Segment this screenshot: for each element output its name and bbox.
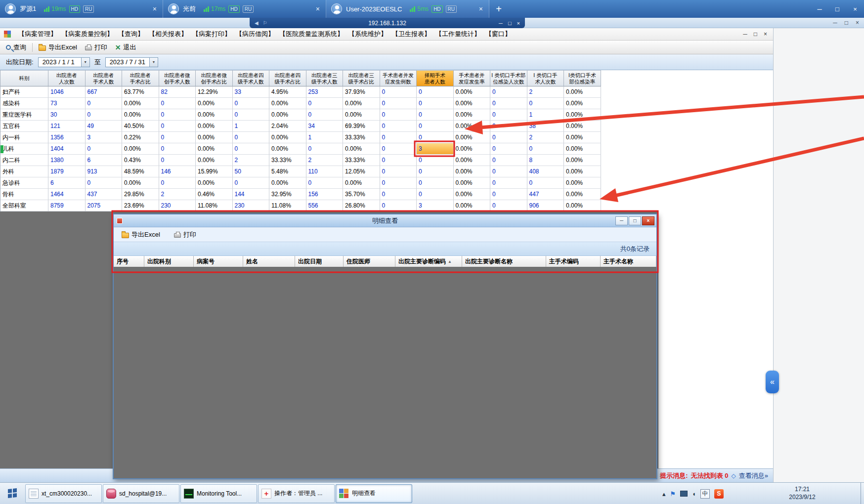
chevron-down-icon[interactable]: ▼ bbox=[149, 58, 158, 67]
table-cell[interactable]: 110 bbox=[306, 166, 344, 177]
table-cell[interactable]: 6 bbox=[48, 177, 86, 189]
table-cell[interactable]: 50 bbox=[233, 166, 270, 177]
table-cell[interactable]: 0 bbox=[159, 132, 196, 143]
mdi-restore-icon[interactable]: □ bbox=[754, 31, 757, 38]
table-cell[interactable]: 0.00% bbox=[564, 109, 601, 121]
table-cell[interactable]: 0 bbox=[233, 98, 270, 109]
table-cell[interactable]: 5.48% bbox=[269, 166, 306, 177]
taskbar-clock[interactable]: 17:21 2023/9/12 bbox=[783, 483, 821, 504]
row-department-cell[interactable]: 五官科 bbox=[0, 121, 48, 132]
table-cell[interactable]: 0.00% bbox=[454, 98, 491, 109]
table-cell[interactable]: 33.33% bbox=[269, 155, 306, 166]
speaker-icon[interactable]: ◖ bbox=[692, 490, 696, 498]
popup-title-bar[interactable]: 明细查看 ─ □ × bbox=[114, 214, 656, 227]
exit-button[interactable]: ✕ 退出 bbox=[112, 42, 139, 53]
table-cell[interactable]: 38 bbox=[527, 121, 564, 132]
table-cell[interactable]: 35.70% bbox=[343, 189, 380, 200]
table-cell[interactable]: 0.00% bbox=[564, 86, 601, 98]
tray-expand-icon[interactable]: ▴ bbox=[662, 490, 666, 498]
table-cell[interactable]: 33.33% bbox=[343, 155, 380, 166]
table-cell[interactable]: 0.00% bbox=[454, 109, 491, 121]
table-cell[interactable]: 0 bbox=[380, 132, 417, 143]
table-cell[interactable]: 2 bbox=[527, 86, 564, 98]
table-cell[interactable]: 0.22% bbox=[122, 132, 159, 143]
table-cell[interactable]: 29.85% bbox=[122, 189, 159, 200]
session-close-icon[interactable]: × bbox=[517, 20, 520, 26]
flag-icon[interactable]: ⚑ bbox=[670, 490, 676, 498]
column-header[interactable]: 出院患者三 级手术占比 bbox=[343, 70, 380, 86]
table-cell[interactable]: 0.00% bbox=[122, 98, 159, 109]
table-cell[interactable]: 0.00% bbox=[122, 143, 159, 155]
taskbar-item[interactable]: 明细查看 bbox=[336, 484, 412, 503]
table-cell[interactable]: 0 bbox=[490, 143, 527, 155]
strip-restore-icon[interactable]: □ bbox=[845, 19, 848, 26]
table-cell[interactable]: 0 bbox=[159, 155, 196, 166]
chevron-down-icon[interactable]: ▼ bbox=[81, 58, 89, 67]
row-department-cell[interactable]: 重症医学科 bbox=[0, 109, 48, 121]
table-cell[interactable]: 0.00% bbox=[196, 109, 233, 121]
table-cell[interactable]: 0.00% bbox=[343, 177, 380, 189]
table-cell[interactable]: 0.00% bbox=[196, 177, 233, 189]
table-cell[interactable]: 0 bbox=[490, 155, 527, 166]
table-cell[interactable]: 1464 bbox=[48, 189, 86, 200]
column-header[interactable]: I 类切口手术部 位感染人次数 bbox=[490, 70, 527, 86]
table-cell[interactable]: 0.00% bbox=[269, 177, 306, 189]
table-cell[interactable]: 0 bbox=[490, 86, 527, 98]
popup-column-header[interactable]: 出院科别 bbox=[144, 256, 194, 267]
table-cell[interactable]: 32.95% bbox=[269, 189, 306, 200]
table-cell[interactable]: 11.08% bbox=[269, 200, 306, 211]
mdi-close-icon[interactable]: × bbox=[764, 31, 767, 38]
table-cell[interactable]: 49 bbox=[86, 121, 123, 132]
menu-item[interactable]: 【窗口】 bbox=[483, 30, 514, 39]
table-cell[interactable]: 15.99% bbox=[196, 166, 233, 177]
minimize-button[interactable]: ─ bbox=[811, 0, 828, 18]
tab-close-icon[interactable]: × bbox=[152, 5, 158, 13]
table-cell[interactable]: 33 bbox=[233, 86, 270, 98]
maximize-button[interactable]: □ bbox=[828, 0, 846, 18]
table-cell[interactable]: 69.39% bbox=[343, 121, 380, 132]
popup-minimize-button[interactable]: ─ bbox=[615, 216, 628, 225]
row-department-cell[interactable]: 内二科 bbox=[0, 155, 48, 166]
session-minimize-icon[interactable]: ─ bbox=[499, 20, 503, 26]
table-cell[interactable]: 0.00% bbox=[564, 166, 601, 177]
table-cell[interactable]: 34 bbox=[306, 121, 344, 132]
table-cell[interactable]: 3 bbox=[86, 132, 123, 143]
table-cell[interactable]: 0 bbox=[380, 155, 417, 166]
popup-export-excel-button[interactable]: 导出Excel bbox=[119, 229, 163, 240]
row-department-cell[interactable]: 感染科 bbox=[0, 98, 48, 109]
table-cell[interactable]: 0.00% bbox=[564, 132, 601, 143]
table-cell[interactable]: 0.00% bbox=[454, 200, 491, 211]
table-cell[interactable]: 0.00% bbox=[454, 166, 491, 177]
column-header[interactable]: I类切口手术 部位感染率 bbox=[564, 70, 601, 86]
table-cell[interactable]: 0.00% bbox=[454, 132, 491, 143]
table-cell[interactable]: 30 bbox=[48, 109, 86, 121]
table-cell[interactable]: 0 bbox=[417, 189, 454, 200]
tab-close-icon[interactable]: × bbox=[315, 5, 321, 13]
row-department-cell[interactable]: 内一科 bbox=[0, 132, 48, 143]
table-cell[interactable]: 0 bbox=[380, 200, 417, 211]
table-cell[interactable]: 0 bbox=[527, 177, 564, 189]
new-tab-button[interactable]: + bbox=[489, 0, 508, 18]
table-cell[interactable]: 156 bbox=[306, 189, 344, 200]
table-cell[interactable]: 0 bbox=[233, 177, 270, 189]
table-cell[interactable]: 0 bbox=[490, 189, 527, 200]
date-to-picker[interactable]: 2023 / 7 / 31 ▼ bbox=[105, 57, 158, 67]
table-cell[interactable]: 0 bbox=[417, 166, 454, 177]
table-cell[interactable]: 37.93% bbox=[343, 86, 380, 98]
row-department-cell[interactable]: 妇产科 bbox=[0, 86, 48, 98]
table-cell[interactable]: 0 bbox=[380, 189, 417, 200]
table-cell[interactable]: 253 bbox=[306, 86, 344, 98]
table-cell[interactable]: 0 bbox=[417, 121, 454, 132]
table-cell[interactable]: 0 bbox=[527, 143, 564, 155]
table-cell[interactable]: 0.00% bbox=[343, 143, 380, 155]
table-cell[interactable]: 0 bbox=[380, 98, 417, 109]
popup-column-header[interactable]: 住院医师 bbox=[344, 256, 395, 267]
table-cell[interactable]: 0 bbox=[490, 121, 527, 132]
taskbar-item[interactable]: Monitoring Tool... bbox=[180, 484, 257, 503]
ime-indicator[interactable]: 中 bbox=[700, 489, 710, 499]
table-cell[interactable]: 3 bbox=[417, 143, 454, 155]
table-cell[interactable]: 0.00% bbox=[269, 98, 306, 109]
column-header[interactable]: 出院患者微 创手术人数 bbox=[159, 70, 196, 86]
table-cell[interactable]: 0 bbox=[490, 132, 527, 143]
table-cell[interactable]: 0 bbox=[417, 98, 454, 109]
